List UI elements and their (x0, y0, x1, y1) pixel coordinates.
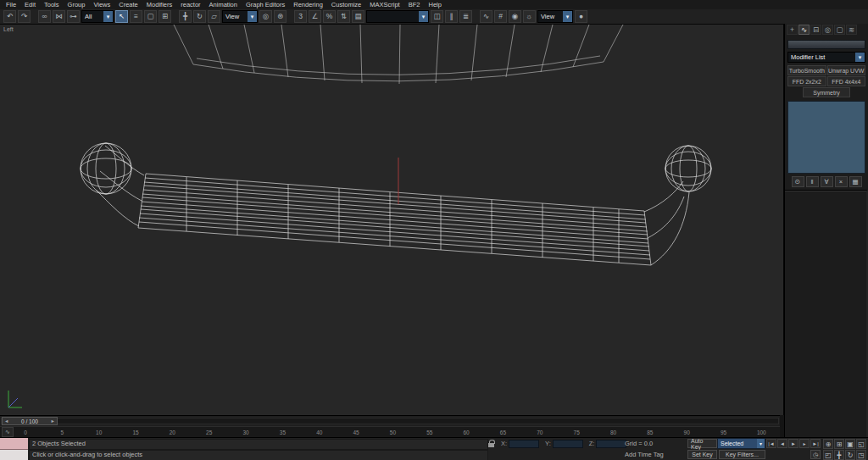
mini-curve-editor-icon[interactable]: ∿ (2, 427, 14, 437)
viewport-label[interactable]: Left (3, 26, 14, 32)
pin-stack-icon[interactable]: ⊙ (792, 176, 804, 187)
viewport-canvas[interactable] (0, 25, 784, 415)
mini-listener-macro-pane[interactable] (0, 438, 28, 450)
modifier-button-symmetry[interactable]: Symmetry (803, 87, 849, 97)
object-name-field[interactable] (787, 40, 865, 49)
menu-item-help[interactable]: Help (424, 1, 445, 8)
selection-lock-icon[interactable] (488, 440, 495, 448)
chevron-down-icon[interactable]: ▾ (563, 11, 572, 22)
tab-motion[interactable]: ◎ (822, 25, 833, 35)
menu-item-create[interactable]: Create (114, 1, 142, 8)
material-editor-icon[interactable]: ◉ (509, 10, 521, 23)
unlink-selection-icon[interactable]: ⋈ (53, 10, 65, 23)
key-mode-dropdown[interactable]: Selected ▾ (717, 438, 765, 449)
menu-item-edit[interactable]: Edit (20, 1, 40, 8)
go-to-end-button[interactable]: ►| (810, 439, 821, 448)
zoom-region-icon[interactable]: ◰ (823, 450, 833, 460)
menu-item-animation[interactable]: Animation (205, 1, 242, 8)
render-type-dropdown[interactable]: View▾ (537, 10, 573, 23)
modifier-list-dropdown[interactable]: Modifier List ▾ (787, 52, 865, 63)
percent-snap-icon[interactable]: % (323, 10, 336, 23)
arc-rotate-icon[interactable]: ↻ (845, 450, 855, 460)
wireframe-background-object[interactable] (174, 25, 623, 84)
align-icon[interactable]: ∥ (445, 10, 458, 23)
menu-item-customize[interactable]: Customize (327, 1, 365, 8)
chevron-down-icon[interactable]: ▾ (419, 11, 428, 22)
add-time-tag[interactable]: Add Time Tag (625, 451, 664, 458)
window-crossing-icon[interactable]: ⊞ (159, 10, 171, 23)
chevron-down-icon[interactable]: ▾ (103, 11, 113, 22)
tab-create[interactable]: + (787, 25, 798, 35)
zoom-all-icon[interactable]: ⊞ (834, 439, 844, 449)
modifier-button-unwrap-uvw[interactable]: Unwrap UVW (827, 65, 866, 75)
mini-listener-script-pane[interactable] (0, 450, 28, 460)
menu-item-maxscript[interactable]: MAXScript (365, 1, 403, 8)
tab-modify[interactable]: ∿ (798, 25, 810, 35)
edit-named-selections-icon[interactable]: ▤ (352, 10, 364, 23)
show-end-result-icon[interactable]: ‖ (806, 176, 819, 187)
configure-modifier-sets-icon[interactable]: ▦ (849, 176, 862, 187)
menu-item-file[interactable]: File (2, 1, 20, 8)
select-and-rotate-icon[interactable]: ↻ (193, 10, 206, 23)
play-animation-button[interactable]: ► (788, 439, 798, 448)
quick-render-icon[interactable]: ● (575, 10, 587, 23)
time-slider-track[interactable]: ◄ 0 / 100 ► (0, 415, 780, 426)
selection-region-icon[interactable]: ▢ (144, 10, 157, 23)
maxscript-mini-listener[interactable] (0, 438, 28, 460)
layer-manager-icon[interactable]: ≣ (459, 10, 472, 23)
reference-coordinate-dropdown[interactable]: View▾ (222, 10, 258, 23)
spinner-snap-icon[interactable]: ⇅ (337, 10, 350, 23)
render-setup-icon[interactable]: ☼ (523, 10, 536, 23)
select-and-manipulate-icon[interactable]: ⊛ (274, 10, 287, 23)
select-and-move-icon[interactable]: ╋ (179, 10, 192, 23)
pan-view-icon[interactable]: ╋ (834, 450, 844, 460)
auto-key-button[interactable]: Auto Key (687, 439, 717, 448)
curve-editor-icon[interactable]: ∿ (480, 10, 492, 23)
chevron-down-icon[interactable]: ▾ (248, 11, 257, 22)
time-configuration-icon[interactable]: ◷ (810, 450, 821, 459)
zoom-icon[interactable]: ⊕ (823, 439, 833, 449)
mirror-icon[interactable]: ◫ (431, 10, 443, 23)
key-filters-button[interactable]: Key Filters... (719, 450, 765, 459)
chevron-down-icon[interactable]: ▾ (855, 53, 865, 62)
tab-hierarchy[interactable]: ⊟ (810, 25, 821, 35)
time-slider-groove[interactable] (1, 418, 779, 424)
zoom-extents-all-icon[interactable]: ◱ (856, 439, 866, 449)
tab-display[interactable]: ▢ (834, 25, 845, 35)
selection-filter-dropdown[interactable]: All▾ (81, 10, 114, 23)
menu-item-group[interactable]: Group (64, 1, 90, 8)
time-slider-handle[interactable]: ◄ 0 / 100 ► (2, 417, 58, 425)
remove-modifier-icon[interactable]: × (835, 176, 848, 187)
previous-frame-arrow-icon[interactable]: ◄ (4, 418, 8, 424)
previous-frame-button[interactable]: ◄ (777, 439, 787, 448)
next-frame-button[interactable]: ▸ (799, 439, 810, 448)
modifier-stack[interactable] (787, 101, 865, 174)
make-unique-icon[interactable]: ∀ (821, 176, 833, 187)
undo-icon[interactable]: ↶ (3, 10, 16, 23)
chevron-down-icon[interactable]: ▾ (757, 439, 765, 448)
set-key-button[interactable]: Set Key (687, 450, 717, 459)
y-coordinate-field[interactable] (553, 440, 583, 448)
menu-item-reactor[interactable]: reactor (176, 1, 204, 8)
x-coordinate-field[interactable] (509, 440, 539, 448)
menu-item-rendering[interactable]: Rendering (289, 1, 327, 8)
angle-snap-icon[interactable]: ∠ (309, 10, 321, 23)
zoom-extents-icon[interactable]: ▣ (845, 439, 855, 449)
menu-item-bf2[interactable]: BF2 (404, 1, 425, 8)
select-object-icon[interactable]: ↖ (115, 10, 128, 23)
redo-icon[interactable]: ↷ (18, 10, 31, 23)
modifier-button-turbosmooth[interactable]: TurboSmooth (787, 65, 826, 75)
schematic-view-icon[interactable]: # (494, 10, 507, 23)
menu-item-tools[interactable]: Tools (40, 1, 64, 8)
snap-toggle-icon[interactable]: 3 (294, 10, 307, 23)
select-by-name-icon[interactable]: ≡ (130, 10, 142, 23)
named-selection-dropdown[interactable]: ▾ (366, 10, 429, 23)
next-frame-arrow-icon[interactable]: ► (51, 418, 55, 424)
z-coordinate-field[interactable] (596, 440, 626, 448)
modifier-button-ffd-4x4x4[interactable]: FFD 4x4x4 (827, 76, 866, 86)
use-pivot-center-icon[interactable]: ◎ (259, 10, 272, 23)
select-and-scale-icon[interactable]: ▱ (208, 10, 220, 23)
go-to-start-button[interactable]: |◄ (766, 439, 776, 448)
wireframe-rail-object[interactable] (81, 143, 711, 265)
bind-to-space-warp-icon[interactable]: ⊶ (67, 10, 80, 23)
